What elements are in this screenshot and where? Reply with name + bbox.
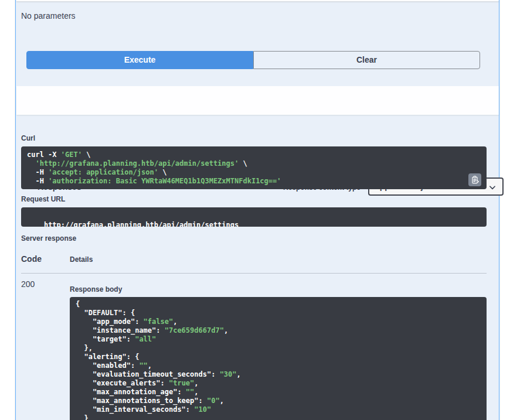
code-column-header: Code (21, 254, 42, 264)
section-divider (16, 0, 499, 2)
response-body-label: Response body (70, 285, 122, 293)
response-table-divider (21, 273, 487, 274)
server-response-label: Server response (21, 234, 76, 243)
swagger-operation-panel: No parameters Execute Clear Responses Re… (0, 0, 510, 420)
no-parameters-label: No parameters (21, 11, 76, 21)
clipboard-icon (471, 176, 479, 184)
copy-to-clipboard-button[interactable] (468, 173, 481, 186)
clear-button[interactable]: Clear (253, 51, 480, 69)
curl-label: Curl (21, 134, 35, 142)
curl-command-block: curl -X 'GET' \ 'http://grafana.planning… (21, 146, 487, 189)
responses-section-header: Responses Response content type applicat… (16, 86, 499, 115)
request-url-block: http://grafana.planning.htb/api/admin/se… (21, 207, 487, 227)
response-body-block: { "DEFAULT": { "app_mode": "false", "ins… (70, 297, 487, 420)
details-column-header: Details (70, 255, 93, 264)
request-url-label: Request URL (21, 195, 65, 203)
status-code-badge: 200 (21, 279, 35, 289)
execute-button[interactable]: Execute (26, 51, 253, 69)
request-url-value: http://grafana.planning.htb/api/admin/se… (44, 221, 239, 227)
chevron-down-icon (488, 183, 497, 192)
